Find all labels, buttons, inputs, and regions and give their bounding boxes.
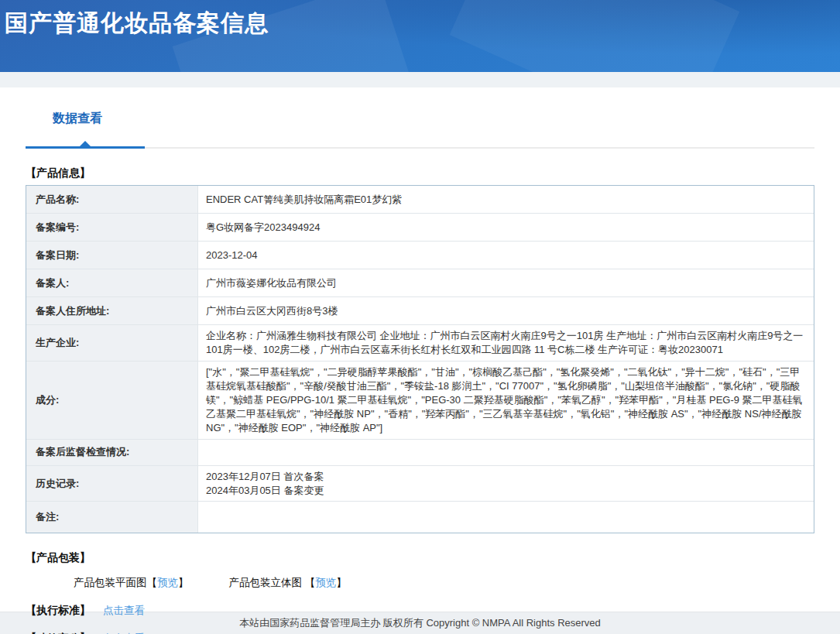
packaging-stereo-preview-link[interactable]: 预览 — [315, 577, 336, 588]
packaging-heading: 【产品包装】 — [26, 551, 814, 565]
field-value: 广州市白云区大冈西街8号3楼 — [198, 297, 814, 325]
table-row-registrant-address: 备案人住所地址: 广州市白云区大冈西街8号3楼 — [26, 297, 814, 325]
table-row-registration-date: 备案日期: 2023-12-04 — [26, 242, 814, 269]
packaging-flat-preview-link[interactable]: 预览 — [157, 577, 178, 588]
field-label: 成分: — [26, 362, 198, 440]
table-row-remarks: 备注: — [26, 502, 814, 533]
packaging-links-row: 产品包装平面图【预览】产品包装立体图 【预览】 — [74, 576, 814, 590]
history-line: 2024年03月05日 备案变更 — [206, 484, 804, 498]
field-value: 广州市薇姿娜化妆品有限公司 — [198, 269, 814, 297]
table-row-registrant: 备案人: 广州市薇姿娜化妆品有限公司 — [26, 269, 814, 297]
field-label: 备案后监督检查情况: — [26, 440, 198, 466]
field-value: 2023-12-04 — [198, 242, 814, 269]
product-info-table: 产品名称: ENDER CAT箐纯美肌持妆隔离霜E01梦幻紫 备案编号: 粤G妆… — [26, 185, 814, 533]
copyright-text: 本站由国家药品监督管理局主办 版权所有 Copyright © NMPA All… — [239, 617, 601, 629]
table-row-manufacturer: 生产企业: 企业名称：广州涵雅生物科技有限公司 企业地址：广州市白云区南村火南庄… — [26, 325, 814, 362]
history-line: 2023年12月07日 首次备案 — [206, 470, 804, 484]
packaging-flat-group: 产品包装平面图【预览】 — [74, 576, 189, 590]
bracket: 【 — [305, 577, 316, 588]
table-row-ingredients: 成分: ["水"，"聚二甲基硅氧烷"，"二异硬脂醇苹果酸酯"，"甘油"，"棕榈酸… — [26, 362, 814, 440]
table-row-supervision-check: 备案后监督检查情况: — [26, 440, 814, 466]
field-value: ["水"，"聚二甲基硅氧烷"，"二异硬脂醇苹果酸酯"，"甘油"，"棕榈酸乙基己酯… — [198, 362, 814, 440]
page-title: 国产普通化妆品备案信息 — [0, 0, 840, 39]
field-value — [198, 440, 814, 466]
field-label: 历史记录: — [26, 466, 198, 502]
field-label: 备案人住所地址: — [26, 297, 198, 325]
bracket: 【 — [147, 577, 158, 588]
active-tab-underline — [26, 146, 145, 149]
tab-bar: 数据查看 — [26, 87, 814, 149]
packaging-stereo-group: 产品包装立体图 【预览】 — [229, 576, 347, 590]
bracket: 】 — [178, 577, 189, 588]
standard-heading: 【执行标准】 — [26, 604, 91, 616]
packaging-flat-label: 产品包装平面图 — [74, 577, 147, 588]
header-divider-band — [0, 72, 840, 87]
table-row-registration-number: 备案编号: 粤G妆网备字2023494924 — [26, 214, 814, 242]
content-card: 数据查看 【产品信息】 产品名称: ENDER CAT箐纯美肌持妆隔离霜E01梦… — [0, 87, 840, 612]
field-label: 备案编号: — [26, 214, 198, 242]
field-value: 企业名称：广州涵雅生物科技有限公司 企业地址：广州市白云区南村火南庄9号之一10… — [198, 325, 814, 362]
field-value: ENDER CAT箐纯美肌持妆隔离霜E01梦幻紫 — [198, 186, 814, 214]
field-value: 粤G妆网备字2023494924 — [198, 214, 814, 242]
product-info-heading: 【产品信息】 — [26, 166, 814, 180]
field-value: 2023年12月07日 首次备案 2024年03月05日 备案变更 — [198, 466, 814, 502]
standard-view-link[interactable]: 点击查看 — [103, 605, 145, 616]
field-value — [198, 502, 814, 533]
tab-data-view[interactable]: 数据查看 — [53, 111, 102, 127]
table-row-history: 历史记录: 2023年12月07日 首次备案 2024年03月05日 备案变更 — [26, 466, 814, 502]
tab-caret-icon — [80, 141, 91, 146]
field-label: 生产企业: — [26, 325, 198, 362]
field-label: 产品名称: — [26, 186, 198, 214]
bracket: 】 — [336, 577, 347, 588]
field-label: 备注: — [26, 502, 198, 533]
table-row-product-name: 产品名称: ENDER CAT箐纯美肌持妆隔离霜E01梦幻紫 — [26, 186, 814, 214]
field-label: 备案日期: — [26, 242, 198, 269]
field-label: 备案人: — [26, 269, 198, 297]
packaging-stereo-label: 产品包装立体图 — [229, 577, 303, 588]
page-header: 国产普通化妆品备案信息 — [0, 0, 840, 72]
